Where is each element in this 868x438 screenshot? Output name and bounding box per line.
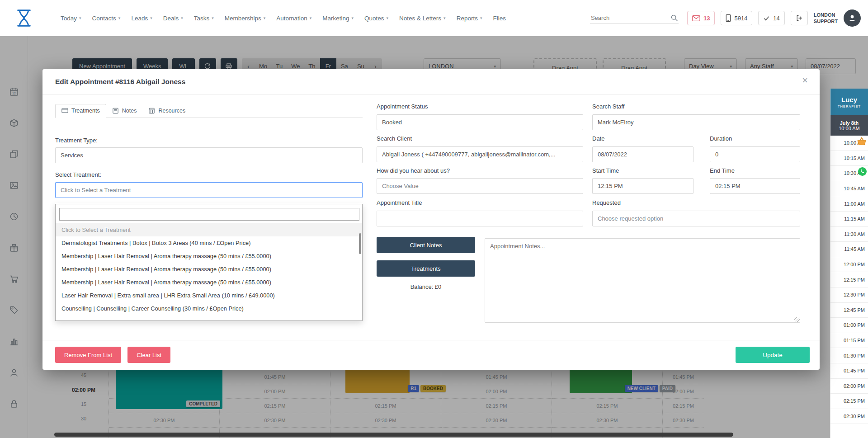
logout-icon bbox=[796, 14, 803, 22]
staff-time-column: Lucy THERAPIST July 8th 10:00 AM 10:00 A… bbox=[830, 89, 868, 438]
close-icon[interactable]: × bbox=[802, 75, 808, 85]
search-icon[interactable] bbox=[670, 14, 678, 22]
card-icon bbox=[61, 108, 68, 114]
phone-count: 5914 bbox=[734, 15, 747, 22]
nav-item-marketing[interactable]: Marketing ▾ bbox=[322, 15, 354, 22]
requested-label: Requested bbox=[592, 199, 621, 206]
start-time-input[interactable] bbox=[592, 178, 693, 194]
treatment-dropdown-options: Click to Select a TreatmentDermatologist… bbox=[56, 223, 362, 315]
time-slot[interactable]: 01:45 PM bbox=[830, 363, 868, 379]
client-notes-button[interactable]: Client Notes bbox=[377, 237, 475, 253]
time-slot[interactable]: 01:30 PM bbox=[830, 348, 868, 363]
time-slot[interactable]: 10:45 AM bbox=[830, 181, 868, 197]
hear-about-select[interactable]: Choose Value bbox=[377, 178, 583, 194]
chevron-down-icon: ▾ bbox=[150, 16, 152, 20]
time-slot[interactable]: 01:00 PM bbox=[830, 318, 868, 333]
staff-header[interactable]: Lucy THERAPIST bbox=[830, 89, 868, 115]
nav-item-leads[interactable]: Leads ▾ bbox=[131, 15, 152, 22]
time-slot[interactable]: 01:15 PM bbox=[830, 333, 868, 349]
time-slot[interactable]: 12:00 PM bbox=[830, 257, 868, 273]
update-button[interactable]: Update bbox=[736, 347, 810, 363]
dropdown-scrollbar-thumb[interactable] bbox=[359, 233, 361, 254]
treatment-option[interactable]: Membership | Laser Hair Removal | Aroma … bbox=[56, 250, 362, 263]
modal-header: Edit Appointment #8116 Abigail Joness × bbox=[42, 69, 820, 94]
nav-item-notes-letters[interactable]: Notes & Letters ▾ bbox=[399, 15, 446, 22]
nav-item-files[interactable]: Files bbox=[493, 15, 508, 22]
tab-notes[interactable]: Notes bbox=[106, 104, 143, 118]
chevron-down-icon: ▾ bbox=[79, 16, 81, 20]
appointment-title-label: Appointment Title bbox=[377, 199, 422, 206]
phone-button[interactable]: 5914 bbox=[721, 11, 752, 25]
treatment-type-select[interactable]: Services bbox=[55, 147, 363, 163]
balance-label: Balance: £0 bbox=[377, 283, 475, 290]
search-staff-label: Search Staff bbox=[592, 103, 624, 110]
search-staff-input[interactable] bbox=[592, 114, 800, 130]
time-slot[interactable]: 11:15 AM bbox=[830, 212, 868, 227]
time-slot[interactable]: 02:15 PM bbox=[830, 394, 868, 409]
tab-treatments[interactable]: Treatments bbox=[55, 104, 106, 118]
duration-input[interactable] bbox=[710, 146, 800, 162]
app-logo-hourglass-icon[interactable] bbox=[14, 8, 34, 28]
textarea-resize-grip[interactable] bbox=[794, 317, 800, 322]
chevron-down-icon: ▾ bbox=[310, 16, 312, 20]
modal-title: Edit Appointment #8116 Abigail Joness bbox=[55, 69, 185, 94]
time-slot[interactable]: 11:45 AM bbox=[830, 242, 868, 257]
appointment-status-select[interactable]: Booked bbox=[377, 114, 583, 130]
time-slot[interactable]: 11:00 AM bbox=[830, 196, 868, 212]
nav-item-tasks[interactable]: Tasks ▾ bbox=[194, 15, 214, 22]
treatments-button[interactable]: Treatments bbox=[377, 260, 475, 277]
nav-item-reports[interactable]: Reports ▾ bbox=[457, 15, 482, 22]
top-nav: Today ▾ Contacts ▾ Leads ▾ Deals ▾ Tasks… bbox=[0, 0, 868, 36]
treatment-option[interactable]: Dermatologist Treatments | Botox | Botox… bbox=[56, 236, 362, 250]
treatment-dropdown-search-input[interactable] bbox=[59, 208, 359, 221]
tasks-button[interactable]: 14 bbox=[758, 11, 784, 25]
nav-item-automation[interactable]: Automation ▾ bbox=[276, 15, 311, 22]
appointment-title-input[interactable] bbox=[377, 211, 583, 226]
end-time-input[interactable] bbox=[710, 178, 800, 194]
appointment-notes-textarea[interactable] bbox=[485, 238, 800, 323]
mail-button[interactable]: 13 bbox=[687, 11, 715, 25]
time-slot[interactable]: 10:15 AM bbox=[830, 151, 868, 166]
avatar[interactable] bbox=[844, 9, 861, 27]
logout-button[interactable] bbox=[791, 11, 808, 25]
whatsapp-icon[interactable] bbox=[858, 167, 867, 176]
remove-from-list-button[interactable]: Remove From List bbox=[55, 347, 121, 363]
chevron-down-icon: ▾ bbox=[264, 16, 266, 20]
appointment-status-label: Appointment Status bbox=[377, 103, 428, 110]
tab-resources[interactable]: Resources bbox=[142, 104, 191, 118]
nav-item-quotes[interactable]: Quotes ▾ bbox=[364, 15, 388, 22]
staff-date-label: July 8th bbox=[840, 120, 859, 126]
chevron-down-icon: ▾ bbox=[212, 16, 214, 20]
treatment-option[interactable]: Laser Hair Removal | Extra small area | … bbox=[56, 289, 362, 302]
staff-name: Lucy bbox=[841, 96, 857, 104]
treatment-type-label: Treatment Type: bbox=[55, 137, 98, 144]
time-slot[interactable]: 11:30 AM bbox=[830, 227, 868, 242]
treatment-option[interactable]: Counselling | Counselling | Career Couns… bbox=[56, 302, 362, 315]
nav-item-today[interactable]: Today ▾ bbox=[61, 15, 81, 22]
treatment-option[interactable]: Membership | Laser Hair Removal | Aroma … bbox=[56, 263, 362, 276]
time-slot[interactable]: 12:15 PM bbox=[830, 272, 868, 287]
chevron-down-icon: ▾ bbox=[118, 16, 121, 20]
clear-list-button[interactable]: Clear List bbox=[127, 347, 170, 363]
basket-icon[interactable] bbox=[856, 137, 867, 146]
note-icon bbox=[112, 108, 119, 114]
nav-item-deals[interactable]: Deals ▾ bbox=[163, 15, 183, 22]
nav-item-memberships[interactable]: Memberships ▾ bbox=[225, 15, 266, 22]
date-input[interactable] bbox=[592, 146, 693, 162]
search-client-input[interactable] bbox=[377, 146, 583, 162]
global-search bbox=[590, 12, 679, 24]
treatment-option[interactable]: Click to Select a Treatment bbox=[56, 223, 362, 236]
select-treatment-select[interactable]: Click to Select a Treatment bbox=[55, 182, 363, 198]
treatment-option[interactable]: Membership | Laser Hair Removal | Aroma … bbox=[56, 276, 362, 289]
nav-item-contacts[interactable]: Contacts ▾ bbox=[92, 15, 121, 22]
requested-select[interactable]: Choose requested option bbox=[592, 211, 800, 226]
end-time-label: End Time bbox=[710, 167, 735, 174]
nav-right-cluster: 13 5914 14 LONDON SUPPORT bbox=[590, 0, 861, 36]
time-slot[interactable]: 02:30 PM bbox=[830, 409, 868, 424]
envelope-icon bbox=[692, 15, 700, 22]
chevron-down-icon: ▾ bbox=[443, 16, 446, 20]
search-input[interactable] bbox=[591, 14, 670, 21]
time-slot[interactable]: 12:45 PM bbox=[830, 303, 868, 318]
time-slot[interactable]: 12:30 PM bbox=[830, 287, 868, 303]
time-slot[interactable]: 02:00 PM bbox=[830, 379, 868, 394]
